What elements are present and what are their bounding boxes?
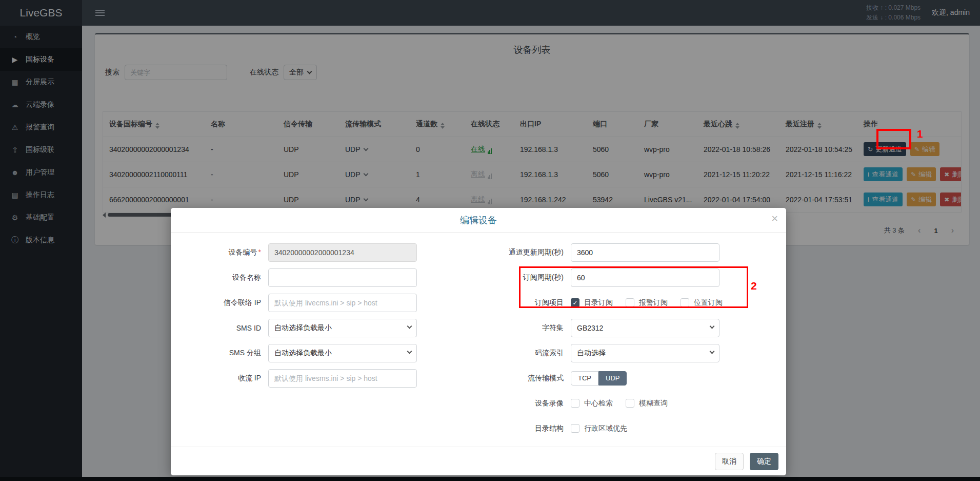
subscribe-period-label: 订阅周期(秒) (478, 273, 571, 282)
annotation-label-1: 1 (917, 128, 923, 140)
device-record-label: 设备录像 (478, 399, 571, 408)
center-search-label: 中心检索 (584, 399, 613, 408)
modal-body: 设备编号* 设备名称 信令联络 IP SMS ID 自动选择负载最小 SMS 分… (171, 233, 786, 441)
channel-refresh-field[interactable] (571, 243, 719, 262)
app-window: LiveGBS 接收 ↑ : 0.027 Mbps 发送 ↓ : 0.006 M… (0, 0, 980, 481)
modal-footer: 取消 确定 (171, 447, 786, 475)
channel-refresh-label: 通道更新周期(秒) (478, 248, 571, 257)
edit-device-modal: 编辑设备 × 设备编号* 设备名称 信令联络 IP SMS ID (171, 208, 786, 475)
device-id-field (268, 243, 417, 262)
signal-ip-label: 信令联络 IP (171, 298, 268, 307)
annotation-label-2: 2 (751, 280, 757, 292)
udp-toggle-button[interactable]: UDP (598, 371, 627, 386)
catalog-subscribe-label: 目录订阅 (584, 298, 613, 307)
subscribe-period-field[interactable] (571, 268, 719, 287)
device-id-label: 设备编号* (171, 248, 268, 257)
chevron-down-icon (407, 323, 412, 329)
dir-structure-label: 目录结构 (478, 424, 571, 433)
admin-region-first-checkbox[interactable] (571, 424, 579, 433)
alarm-subscribe-label: 报警订阅 (639, 298, 668, 307)
signal-ip-field[interactable] (268, 294, 417, 312)
position-subscribe-label: 位置订阅 (694, 298, 723, 307)
form-right-column: 通道更新周期(秒) 订阅周期(秒) 订阅项目 ✓目录订阅 报警订阅 位置订阅 (478, 240, 786, 441)
form-left-column: 设备编号* 设备名称 信令联络 IP SMS ID 自动选择负载最小 SMS 分… (171, 240, 478, 441)
fuzzy-query-label: 模糊查询 (639, 399, 668, 408)
stream-mode-toggle: TCP UDP (571, 371, 627, 386)
charset-label: 字符集 (478, 323, 571, 333)
center-search-checkbox[interactable] (571, 399, 579, 408)
chevron-down-icon (407, 349, 412, 354)
device-name-field[interactable] (268, 268, 417, 287)
recv-ip-field[interactable] (268, 369, 417, 388)
modal-title: 编辑设备 (460, 214, 497, 226)
device-name-label: 设备名称 (171, 273, 268, 282)
alarm-subscribe-checkbox[interactable] (626, 298, 634, 307)
subscribe-items-label: 订阅项目 (478, 298, 571, 307)
tcp-toggle-button[interactable]: TCP (571, 371, 598, 386)
fuzzy-query-checkbox[interactable] (626, 399, 634, 408)
catalog-subscribe-checkbox[interactable]: ✓ (571, 298, 579, 307)
required-asterisk: * (258, 248, 261, 256)
stream-index-label: 码流索引 (478, 349, 571, 358)
chevron-down-icon (710, 323, 715, 329)
sms-group-select[interactable]: 自动选择负载最小 (268, 344, 417, 362)
position-subscribe-checkbox[interactable] (681, 298, 689, 307)
modal-header: 编辑设备 × (171, 208, 786, 233)
cancel-button[interactable]: 取消 (715, 453, 744, 470)
recv-ip-label: 收流 IP (171, 374, 268, 383)
stream-index-select[interactable]: 自动选择 (571, 344, 719, 362)
admin-region-first-label: 行政区域优先 (584, 424, 627, 433)
chevron-down-icon (710, 349, 715, 354)
charset-select[interactable]: GB2312 (571, 319, 719, 337)
sms-id-label: SMS ID (171, 324, 268, 332)
sms-id-select[interactable]: 自动选择负载最小 (268, 319, 417, 337)
stream-mode-label: 流传输模式 (478, 374, 571, 383)
ok-button[interactable]: 确定 (750, 453, 778, 470)
sms-group-label: SMS 分组 (171, 349, 268, 358)
close-icon[interactable]: × (771, 213, 778, 224)
